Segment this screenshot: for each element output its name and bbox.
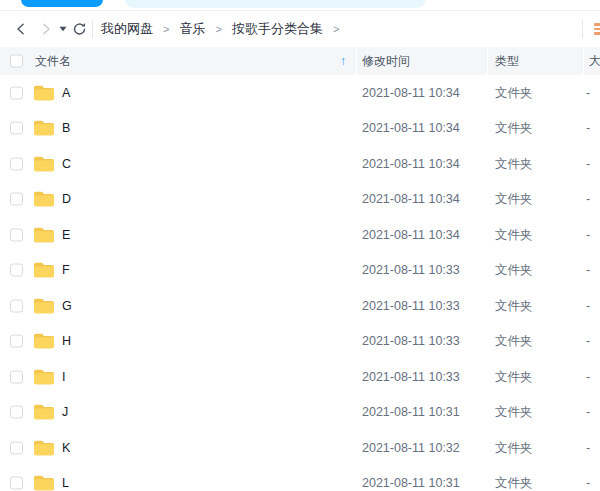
toolbar: 我的网盘 > 音乐 > 按歌手分类合集 > [0, 11, 600, 47]
file-name[interactable]: H [62, 334, 71, 348]
file-name[interactable]: C [62, 157, 71, 171]
row-checkbox[interactable] [10, 299, 23, 312]
sort-filter-icon-partial[interactable] [594, 21, 600, 37]
folder-icon [33, 297, 55, 314]
folder-icon [33, 191, 55, 208]
table-row[interactable]: L 2021-08-11 10:31 文件夹 - [0, 466, 600, 491]
folder-icon [33, 333, 55, 350]
folder-icon [33, 155, 55, 172]
table-row[interactable]: C 2021-08-11 10:34 文件夹 - [0, 146, 600, 182]
primary-action-button-partial[interactable] [21, 0, 103, 7]
file-name[interactable]: B [62, 121, 70, 135]
file-type: 文件夹 [495, 439, 533, 456]
file-size: - [586, 476, 590, 490]
back-icon[interactable] [13, 21, 29, 37]
file-type: 文件夹 [495, 404, 533, 421]
folder-icon [33, 84, 55, 101]
table-row[interactable]: B 2021-08-11 10:34 文件夹 - [0, 111, 600, 147]
breadcrumb-separator-icon: > [163, 23, 169, 35]
select-all-checkbox[interactable] [10, 55, 23, 68]
file-type: 文件夹 [495, 191, 533, 208]
file-name[interactable]: J [62, 405, 68, 419]
file-modified-time: 2021-08-11 10:34 [362, 157, 460, 171]
file-list: A 2021-08-11 10:34 文件夹 - B 2021-08-11 10… [0, 75, 600, 491]
folder-icon [33, 475, 55, 491]
file-name[interactable]: A [62, 86, 70, 100]
row-checkbox[interactable] [10, 370, 23, 383]
row-checkbox[interactable] [10, 157, 23, 170]
file-name[interactable]: I [62, 370, 65, 384]
file-type: 文件夹 [495, 84, 533, 101]
file-modified-time: 2021-08-11 10:33 [362, 370, 460, 384]
row-checkbox[interactable] [10, 406, 23, 419]
breadcrumb-separator-icon: > [333, 23, 339, 35]
file-type: 文件夹 [495, 120, 533, 137]
table-row[interactable]: A 2021-08-11 10:34 文件夹 - [0, 75, 600, 111]
table-row[interactable]: G 2021-08-11 10:33 文件夹 - [0, 288, 600, 324]
file-modified-time: 2021-08-11 10:34 [362, 228, 460, 242]
table-header: 文件名 ↑ 修改时间 类型 大小 [0, 47, 600, 75]
file-size: - [586, 228, 590, 242]
table-row[interactable]: K 2021-08-11 10:32 文件夹 - [0, 430, 600, 466]
file-type: 文件夹 [495, 297, 533, 314]
file-size: - [586, 157, 590, 171]
toolbar-divider [92, 20, 93, 38]
table-row[interactable]: I 2021-08-11 10:33 文件夹 - [0, 359, 600, 395]
column-header-modified[interactable]: 修改时间 [362, 47, 410, 75]
column-header-name[interactable]: 文件名 [35, 47, 71, 75]
column-divider [487, 47, 488, 75]
sort-ascending-icon[interactable]: ↑ [340, 47, 346, 75]
file-name[interactable]: D [62, 192, 71, 206]
column-header-type[interactable]: 类型 [495, 47, 519, 75]
file-size: - [586, 334, 590, 348]
breadcrumb-separator-icon: > [215, 23, 221, 35]
file-size: - [586, 370, 590, 384]
table-row[interactable]: D 2021-08-11 10:34 文件夹 - [0, 182, 600, 218]
history-dropdown-icon[interactable] [58, 21, 67, 37]
file-type: 文件夹 [495, 262, 533, 279]
file-modified-time: 2021-08-11 10:31 [362, 405, 460, 419]
file-name[interactable]: E [62, 228, 70, 242]
column-divider [356, 47, 357, 75]
file-size: - [586, 86, 590, 100]
row-checkbox[interactable] [10, 193, 23, 206]
file-modified-time: 2021-08-11 10:31 [362, 476, 460, 490]
search-bar-partial[interactable] [125, 0, 426, 8]
folder-icon [33, 226, 55, 243]
top-strip [0, 0, 600, 11]
row-checkbox[interactable] [10, 441, 23, 454]
folder-icon [33, 404, 55, 421]
row-checkbox[interactable] [10, 477, 23, 490]
breadcrumb: 我的网盘 > 音乐 > 按歌手分类合集 > [101, 11, 339, 47]
file-modified-time: 2021-08-11 10:33 [362, 334, 460, 348]
row-checkbox[interactable] [10, 122, 23, 135]
folder-icon [33, 262, 55, 279]
forward-icon[interactable] [38, 21, 54, 37]
breadcrumb-item-current[interactable]: 按歌手分类合集 [232, 20, 323, 38]
table-row[interactable]: H 2021-08-11 10:33 文件夹 - [0, 324, 600, 360]
row-checkbox[interactable] [10, 228, 23, 241]
column-header-size[interactable]: 大小 [589, 47, 600, 75]
table-row[interactable]: F 2021-08-11 10:33 文件夹 - [0, 253, 600, 289]
row-checkbox[interactable] [10, 335, 23, 348]
file-modified-time: 2021-08-11 10:33 [362, 299, 460, 313]
folder-icon [33, 439, 55, 456]
folder-icon [33, 120, 55, 137]
file-modified-time: 2021-08-11 10:34 [362, 192, 460, 206]
file-size: - [586, 299, 590, 313]
file-size: - [586, 441, 590, 455]
breadcrumb-item-music[interactable]: 音乐 [179, 20, 205, 38]
file-type: 文件夹 [495, 155, 533, 172]
row-checkbox[interactable] [10, 86, 23, 99]
table-row[interactable]: E 2021-08-11 10:34 文件夹 - [0, 217, 600, 253]
file-name[interactable]: L [62, 476, 69, 490]
row-checkbox[interactable] [10, 264, 23, 277]
refresh-icon[interactable] [71, 21, 88, 38]
breadcrumb-item-root[interactable]: 我的网盘 [101, 20, 153, 38]
file-name[interactable]: K [62, 441, 70, 455]
file-size: - [586, 263, 590, 277]
file-modified-time: 2021-08-11 10:33 [362, 263, 460, 277]
file-name[interactable]: G [62, 299, 72, 313]
file-name[interactable]: F [62, 263, 70, 277]
table-row[interactable]: J 2021-08-11 10:31 文件夹 - [0, 395, 600, 431]
